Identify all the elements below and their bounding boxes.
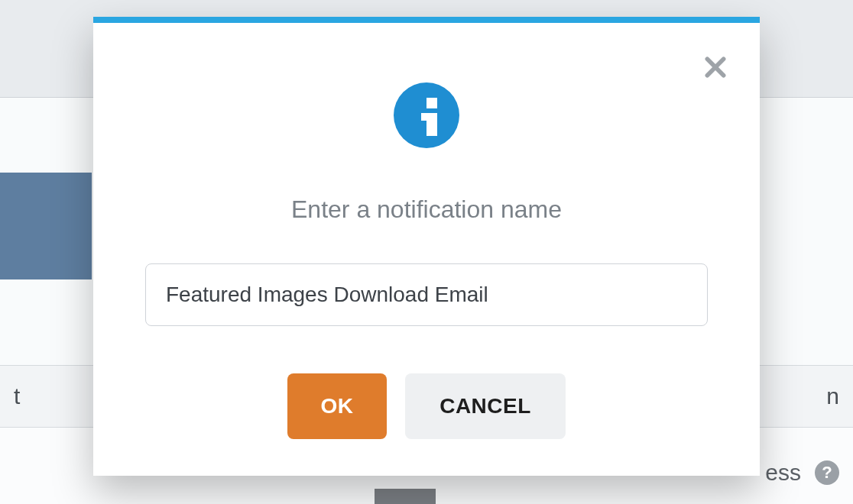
notification-name-input[interactable] (145, 263, 708, 326)
info-icon (394, 82, 459, 148)
ok-button[interactable]: OK (287, 373, 387, 439)
modal-accent-bar (93, 17, 760, 23)
close-button[interactable] (699, 50, 732, 84)
notification-name-dialog: Enter a notification name OK CANCEL (93, 17, 760, 476)
dialog-button-row: OK CANCEL (287, 373, 566, 439)
close-icon (703, 55, 728, 79)
dialog-prompt: Enter a notification name (291, 195, 562, 224)
cancel-button[interactable]: CANCEL (405, 373, 566, 439)
modal-overlay: Enter a notification name OK CANCEL (0, 0, 853, 504)
